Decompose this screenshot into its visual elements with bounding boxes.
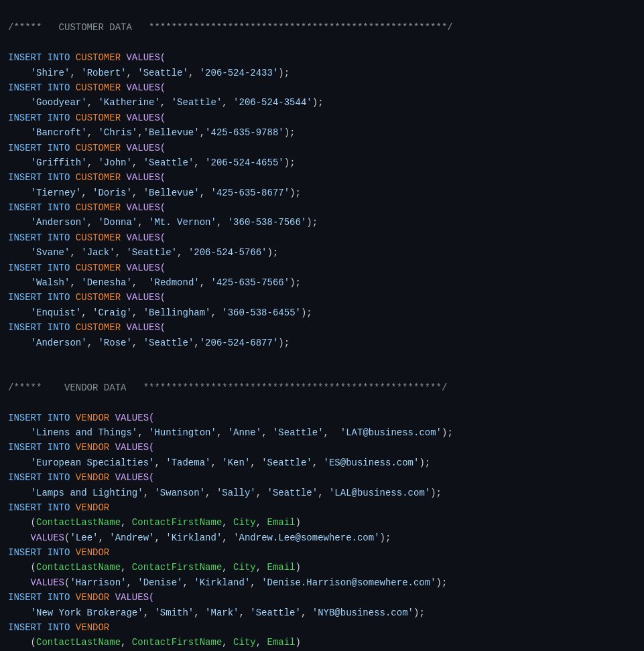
code-line xyxy=(8,365,636,380)
code-line: 'Enquist', 'Craig', 'Bellingham', '360-5… xyxy=(8,305,636,320)
code-line: /***** VENDOR DATA *********************… xyxy=(8,380,636,395)
code-line: /***** CUSTOMER DATA *******************… xyxy=(8,20,636,35)
code-editor: /***** CUSTOMER DATA *******************… xyxy=(0,0,644,651)
code-line: VALUES('Harrison', 'Denise', 'Kirkland',… xyxy=(8,575,636,590)
code-line: (ContactLastName, ContactFirstName, City… xyxy=(8,635,636,650)
code-line xyxy=(8,395,636,410)
code-line: INSERT INTO CUSTOMER VALUES( xyxy=(8,111,636,125)
code-line: 'Goodyear', 'Katherine', 'Seattle', '206… xyxy=(8,95,636,110)
code-line xyxy=(8,350,636,365)
code-line: 'Lamps and Lighting', 'Swanson', 'Sally'… xyxy=(8,486,636,500)
code-line: INSERT INTO VENDOR xyxy=(8,500,636,515)
code-line: INSERT INTO CUSTOMER VALUES( xyxy=(8,230,636,245)
code-line: 'Linens and Things', 'Huntington', 'Anne… xyxy=(8,425,636,440)
code-line: INSERT INTO CUSTOMER VALUES( xyxy=(8,200,636,215)
code-line: INSERT INTO VENDOR VALUES( xyxy=(8,590,636,605)
code-line: INSERT INTO CUSTOMER VALUES( xyxy=(8,320,636,335)
code-line: INSERT INTO VENDOR xyxy=(8,545,636,560)
code-line: INSERT INTO CUSTOMER VALUES( xyxy=(8,290,636,305)
code-line: 'European Specialties', 'Tadema', 'Ken',… xyxy=(8,455,636,470)
code-line: INSERT INTO VENDOR VALUES( xyxy=(8,411,636,425)
code-line: INSERT INTO CUSTOMER VALUES( xyxy=(8,80,636,95)
code-line: 'Shire', 'Robert', 'Seattle', '206-524-2… xyxy=(8,66,636,80)
code-line: 'Tierney', 'Doris', 'Bellevue', '425-635… xyxy=(8,186,636,200)
code-line: INSERT INTO VENDOR VALUES( xyxy=(8,470,636,485)
code-line: INSERT INTO CUSTOMER VALUES( xyxy=(8,170,636,185)
code-line: 'Svane', 'Jack', 'Seattle', '206-524-576… xyxy=(8,245,636,260)
code-line xyxy=(8,35,636,50)
code-line: INSERT INTO CUSTOMER VALUES( xyxy=(8,50,636,65)
code-line: INSERT INTO CUSTOMER VALUES( xyxy=(8,141,636,155)
code-line: (ContactLastName, ContactFirstName, City… xyxy=(8,560,636,575)
code-line: 'Bancroft', 'Chris','Bellevue','425-635-… xyxy=(8,125,636,140)
code-line: 'New York Brokerage', 'Smith', 'Mark', '… xyxy=(8,605,636,620)
code-line: INSERT INTO VENDOR xyxy=(8,620,636,635)
code-line: 'Griffith', 'John', 'Seattle', '206-524-… xyxy=(8,155,636,170)
code-line: 'Walsh', 'Denesha', 'Redmond', '425-635-… xyxy=(8,275,636,290)
code-line: VALUES('Lee', 'Andrew', 'Kirkland', 'And… xyxy=(8,530,636,545)
code-line: 'Anderson', 'Rose', 'Seattle','206-524-6… xyxy=(8,336,636,350)
code-line: (ContactLastName, ContactFirstName, City… xyxy=(8,515,636,530)
code-line: 'Anderson', 'Donna', 'Mt. Vernon', '360-… xyxy=(8,215,636,230)
code-line: INSERT INTO CUSTOMER VALUES( xyxy=(8,261,636,275)
code-line: INSERT INTO VENDOR VALUES( xyxy=(8,440,636,455)
